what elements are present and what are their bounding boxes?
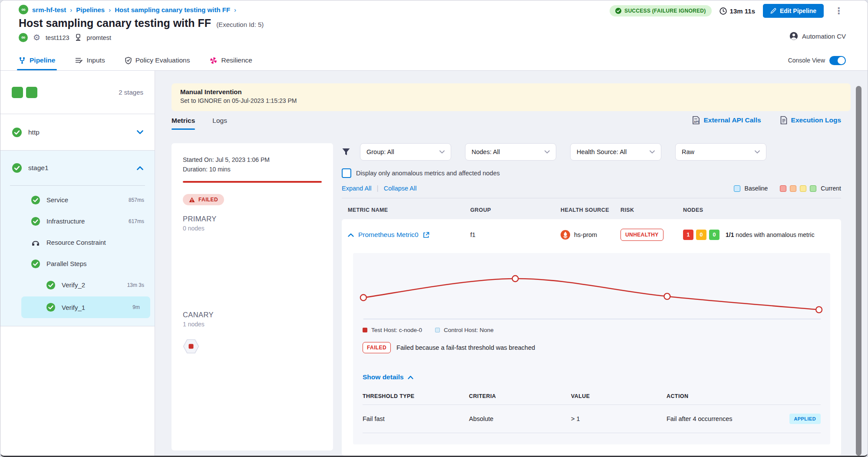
nodes-filter-dropdown[interactable]: Nodes: All	[465, 143, 556, 161]
col-threshold-type: THRESHOLD TYPE	[363, 393, 469, 404]
console-view-toggle[interactable]	[829, 56, 846, 65]
col-metric-name: METRIC NAME	[348, 207, 470, 213]
sidebar-stage-http[interactable]: http	[0, 114, 155, 151]
chevron-down-icon[interactable]	[137, 130, 143, 135]
app-window: ∞ srm-hf-test › Pipelines › Host samplin…	[0, 0, 868, 457]
external-link-icon[interactable]	[423, 232, 429, 238]
filter-funnel-icon[interactable]	[342, 148, 350, 156]
metrics-table-header: METRIC NAME GROUP HEALTH SOURCE RISK NOD…	[342, 198, 841, 219]
metrics-panel: Group: All Nodes: All Health Source: All…	[342, 143, 841, 456]
svg-text:API: API	[694, 120, 699, 123]
step-service[interactable]: Service 857ms	[0, 189, 155, 210]
metric-chart-svg	[353, 256, 830, 325]
col-health-source: HEALTH SOURCE	[561, 207, 620, 213]
anomalous-filter-row: Display only anomalous metrics and affec…	[342, 168, 841, 178]
tab-logs[interactable]: Logs	[212, 117, 227, 130]
tab-inputs[interactable]: Inputs	[75, 50, 105, 70]
step-label: Resource Constraint	[46, 239, 106, 246]
content-links: API External API Calls Execution Logs	[692, 116, 842, 125]
service-name[interactable]: test1123	[46, 34, 69, 41]
sidebar-stage-stage1[interactable]: stage1	[0, 151, 155, 185]
document-icon	[780, 116, 787, 125]
edit-pipeline-button[interactable]: Edit Pipeline	[763, 4, 824, 18]
legend-control-host: Control Host: None	[435, 327, 494, 333]
legend-test-host: Test Host: c-node-0	[363, 327, 422, 333]
breadcrumb-project[interactable]: srm-hf-test	[32, 6, 66, 13]
pipeline-icon	[19, 57, 26, 64]
inputs-icon	[75, 57, 83, 64]
verification-summary-card: Started On: Jul 5, 2023 1:06 PM Duration…	[172, 143, 333, 450]
risk-cell: UNHEALTHY	[620, 229, 683, 241]
chevron-up-icon[interactable]	[137, 166, 143, 170]
execution-logs-link[interactable]: Execution Logs	[780, 116, 841, 125]
tab-policy-evaluations[interactable]: Policy Evaluations	[125, 50, 190, 70]
user-label: Automation CV	[802, 33, 846, 40]
primary-group: PRIMARY 0 nodes	[183, 215, 322, 232]
nodes-filter-value: Nodes: All	[472, 148, 500, 155]
applied-chip: APPLIED	[789, 414, 821, 424]
collapse-all-link[interactable]: Collapse All	[384, 185, 417, 192]
breadcrumb-pipelines[interactable]: Pipelines	[76, 6, 105, 13]
external-api-calls-link[interactable]: API External API Calls	[692, 116, 761, 125]
user-avatar-icon	[789, 32, 798, 40]
failure-reason-row: FAILED Failed because a fail-fast thresh…	[363, 342, 830, 353]
step-infrastructure[interactable]: Infrastructure 617ms	[0, 210, 155, 232]
anomalous-only-checkbox[interactable]	[342, 168, 351, 178]
step-resource-constraint[interactable]: Resource Constraint	[0, 232, 155, 253]
col-risk: RISK	[620, 207, 683, 213]
show-details-link[interactable]: Show details	[363, 373, 830, 381]
col-criteria: CRITERIA	[469, 393, 571, 404]
api-document-icon: API	[692, 116, 700, 125]
nodes-cell: 1 0 0 1/1 nodes with anomalous metric	[683, 230, 841, 240]
metric-name-link[interactable]: Prometheus Metric0	[358, 231, 419, 239]
tab-resilience[interactable]: Resilience	[210, 50, 252, 70]
tab-policy-evaluations-label: Policy Evaluations	[135, 56, 190, 64]
banner-subtitle: Set to IGNORE on 05-Jul-2023 1:15:23 PM	[180, 97, 842, 104]
threshold-table-row: Fail fast Absolute > 1 Fail after 4 occu…	[363, 405, 821, 433]
col-group: GROUP	[470, 207, 561, 213]
svg-text:∞: ∞	[21, 34, 25, 40]
data-type-dropdown[interactable]: Raw	[675, 143, 766, 161]
metric-card: Prometheus Metric0 f1 hs-prom UNHEALTHY …	[342, 219, 841, 456]
divider	[10, 185, 145, 186]
chevron-down-icon	[439, 150, 445, 154]
tab-pipeline[interactable]: Pipeline	[19, 50, 55, 70]
metric-detail-panel: Test Host: c-node-0 Control Host: None F…	[353, 253, 830, 444]
col-value: VALUE	[571, 393, 667, 404]
tab-metrics[interactable]: Metrics	[172, 117, 195, 130]
external-api-calls-label: External API Calls	[704, 116, 761, 124]
collapse-chevron-up-icon[interactable]	[348, 233, 354, 237]
vertical-scrollbar[interactable]	[856, 86, 861, 456]
step-verify-1-selected[interactable]: Verify_1 9m	[21, 296, 150, 318]
step-label: Service	[46, 196, 68, 204]
current-swatch-yellow	[800, 185, 806, 192]
step-parallel-steps[interactable]: Parallel Steps	[0, 253, 155, 274]
kebab-menu-icon[interactable]: ⋮	[832, 8, 846, 14]
node-count-unhealthy: 1	[683, 230, 693, 240]
group-filter-dropdown[interactable]: Group: All	[360, 143, 451, 161]
expand-collapse-row: Expand All | Collapse All Baseline Curre…	[342, 184, 841, 192]
nodes-ratio: 1/1	[726, 231, 734, 238]
action-cell: Fail after 4 occurrences APPLIED	[667, 405, 821, 433]
control-host-label: Control Host: None	[444, 327, 494, 333]
environment-name[interactable]: promtest	[87, 34, 111, 41]
test-host-swatch	[363, 328, 367, 332]
prometheus-icon	[561, 230, 570, 240]
failure-message: Failed because a fail-fast threshold was…	[396, 344, 535, 351]
canary-node-hexagon[interactable]	[183, 339, 322, 354]
expand-all-link[interactable]: Expand All	[342, 185, 372, 192]
health-source-name: hs-prom	[574, 231, 597, 238]
metric-group-cell: f1	[470, 231, 561, 238]
harness-service-icon: ∞	[19, 33, 28, 42]
show-details-label: Show details	[363, 373, 404, 381]
step-verify-2[interactable]: Verify_2 13m 3s	[0, 274, 155, 296]
manual-intervention-banner: Manual Intervention Set to IGNORE on 05-…	[172, 83, 851, 111]
header-actions: SUCCESS (FAILURE IGNORED) 13m 11s Edit P…	[610, 4, 846, 18]
banner-title: Manual Intervention	[180, 88, 842, 95]
verification-status-label: FAILED	[198, 197, 218, 203]
data-type-value: Raw	[682, 148, 694, 155]
step-label: Infrastructure	[46, 217, 85, 225]
breadcrumb-pipeline-name[interactable]: Host sampling canary testing with FF	[115, 6, 230, 13]
entity-row: ∞ ⚙ test1123 promtest	[19, 33, 111, 43]
health-source-filter-dropdown[interactable]: Health Source: All	[570, 143, 661, 161]
